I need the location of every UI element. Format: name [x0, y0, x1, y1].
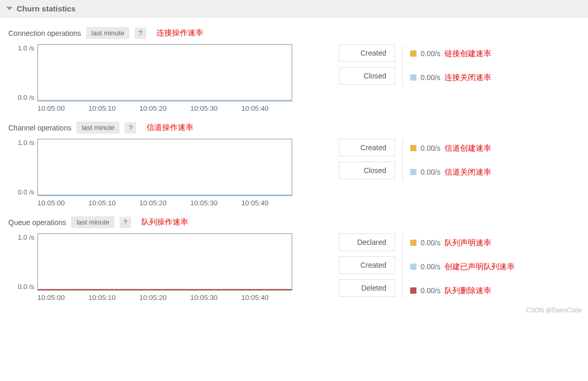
rate-value: 0.00/s: [421, 239, 440, 247]
divider: [402, 45, 403, 86]
chart-block: 1.0 /s 0.0 /s 10:05:00 10:05:10 10:05:20…: [8, 44, 292, 112]
page: Churn statistics Connection operations l…: [0, 0, 588, 317]
rate-value: 0.00/s: [421, 73, 440, 82]
legend: Created Closed 0.00/s 链接创建速率 0.00/s 连接关闭…: [339, 44, 491, 87]
annotation: 信道创建速率: [445, 143, 491, 153]
y-axis: 1.0 /s 0.0 /s: [8, 139, 34, 196]
y-tick: 0.0 /s: [18, 188, 34, 196]
series-line: [38, 289, 292, 290]
rate-value: 0.00/s: [421, 168, 440, 176]
legend: Declared Created Deleted 0.00/s 队列声明速率 0…: [339, 233, 515, 300]
section-title: Queue operations: [8, 218, 66, 227]
x-tick: 10:05:20: [139, 104, 190, 112]
chart-block: 1.0 /s 0.0 /s 10:05:00 10:05:10 10:05:20…: [8, 233, 292, 301]
divider: [402, 234, 403, 299]
x-axis: 10:05:00 10:05:10 10:05:20 10:05:30 10:0…: [37, 199, 292, 207]
help-icon[interactable]: ?: [135, 28, 146, 39]
annotation: 信道关闭速率: [445, 167, 491, 177]
y-axis: 1.0 /s 0.0 /s: [8, 233, 34, 291]
section-queue: Queue operations last minute ? 队列操作速率 1.…: [0, 207, 588, 301]
chart-row: 1.0 /s 0.0 /s 10:05:00 10:05:10 10:05:20…: [8, 233, 580, 301]
help-icon[interactable]: ?: [125, 122, 136, 134]
x-tick: 10:05:00: [37, 104, 88, 112]
legend-label: Created: [339, 139, 395, 156]
annotation: 信道操作速率: [147, 123, 193, 133]
x-axis: 10:05:00 10:05:10 10:05:20 10:05:30 10:0…: [37, 104, 292, 112]
y-tick: 1.0 /s: [18, 233, 34, 241]
y-tick: 1.0 /s: [18, 139, 34, 147]
legend-row: 0.00/s 信道关闭速率: [410, 163, 491, 181]
chevron-down-icon[interactable]: [6, 7, 12, 10]
swatch-icon: [410, 264, 416, 270]
x-tick: 10:05:30: [190, 104, 241, 112]
legend-row: 0.00/s 创建已声明队列速率: [410, 257, 515, 276]
x-tick: 10:05:30: [190, 294, 241, 301]
chart-block: 1.0 /s 0.0 /s 10:05:00 10:05:10 10:05:20…: [8, 139, 292, 207]
rate-value: 0.00/s: [421, 49, 440, 58]
section-title: Channel operations: [8, 124, 71, 132]
watermark: CSDN @DaenCode: [526, 307, 582, 314]
annotation: 链接创建速率: [445, 49, 491, 59]
legend-label: Deleted: [339, 279, 395, 297]
x-axis: 10:05:00 10:05:10 10:05:20 10:05:30 10:0…: [37, 294, 292, 301]
section-title: Connection operations: [8, 29, 81, 37]
x-tick: 10:05:10: [88, 199, 139, 207]
section-connection: Connection operations last minute ? 连接操作…: [0, 18, 588, 112]
x-tick: 10:05:10: [88, 104, 139, 112]
annotation: 队列删除速率: [445, 286, 491, 296]
range-select[interactable]: last minute: [86, 27, 129, 39]
swatch-icon: [410, 145, 416, 151]
chart-canvas: [37, 44, 292, 101]
help-icon[interactable]: ?: [120, 217, 131, 228]
chart-canvas: [37, 233, 292, 291]
swatch-icon: [410, 240, 416, 246]
legend-label: Created: [339, 256, 395, 274]
y-axis: 1.0 /s 0.0 /s: [8, 44, 34, 101]
y-tick: 1.0 /s: [18, 44, 34, 52]
legend-row: 0.00/s 连接关闭速率: [410, 68, 491, 87]
chart-row: 1.0 /s 0.0 /s 10:05:00 10:05:10 10:05:20…: [8, 139, 580, 207]
x-tick: 10:05:30: [190, 199, 241, 207]
annotation: 连接操作速率: [156, 28, 203, 38]
section-channel: Channel operations last minute ? 信道操作速率 …: [0, 112, 588, 207]
chart-canvas: [37, 139, 292, 196]
legend: Created Closed 0.00/s 信道创建速率 0.00/s 信道关闭…: [339, 139, 491, 181]
swatch-icon: [410, 74, 416, 81]
legend-row: 0.00/s 队列删除速率: [410, 281, 515, 300]
swatch-icon: [410, 50, 416, 57]
legend-label: Created: [339, 44, 395, 62]
rate-value: 0.00/s: [421, 286, 440, 295]
x-tick: 10:05:10: [88, 294, 139, 301]
x-tick: 10:05:40: [241, 294, 292, 301]
x-tick: 10:05:00: [37, 294, 88, 301]
chart-row: 1.0 /s 0.0 /s 10:05:00 10:05:10 10:05:20…: [8, 44, 580, 112]
annotation: 队列声明速率: [445, 238, 491, 248]
series-line: [38, 194, 292, 195]
annotation: 连接关闭速率: [445, 73, 491, 83]
section-header: Channel operations last minute ? 信道操作速率: [8, 122, 580, 134]
legend-label: Closed: [339, 162, 395, 179]
legend-row: 0.00/s 链接创建速率: [410, 44, 491, 63]
y-tick: 0.0 /s: [18, 283, 34, 291]
section-header: Connection operations last minute ? 连接操作…: [8, 27, 580, 39]
legend-row: 0.00/s 队列声明速率: [410, 233, 515, 252]
section-header: Queue operations last minute ? 队列操作速率: [8, 216, 580, 228]
panel-header: Churn statistics: [0, 0, 588, 18]
divider: [402, 140, 403, 180]
range-select[interactable]: last minute: [76, 122, 120, 134]
annotation: 创建已声明队列速率: [445, 262, 515, 272]
series-line: [38, 100, 292, 101]
rate-value: 0.00/s: [421, 262, 440, 271]
swatch-icon: [410, 169, 416, 175]
annotation: 队列操作速率: [141, 217, 188, 227]
rate-value: 0.00/s: [421, 144, 440, 152]
x-tick: 10:05:00: [37, 199, 88, 207]
legend-label: Closed: [339, 67, 395, 85]
range-select[interactable]: last minute: [71, 216, 114, 228]
panel-title: Churn statistics: [17, 4, 75, 13]
swatch-icon: [410, 287, 416, 294]
x-tick: 10:05:40: [241, 104, 292, 112]
legend-row: 0.00/s 信道创建速率: [410, 139, 491, 157]
x-tick: 10:05:40: [241, 199, 292, 207]
x-tick: 10:05:20: [139, 294, 190, 301]
